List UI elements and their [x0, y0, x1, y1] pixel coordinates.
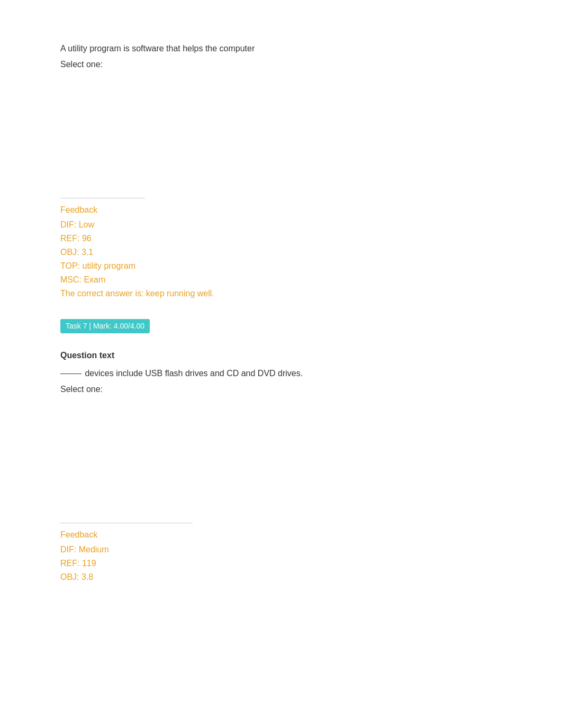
question-6-block: A utility program is software that helps… [60, 42, 502, 300]
question-7-select-prompt: Select one: [60, 383, 502, 396]
question-7-ref: REF: 119 [60, 557, 502, 570]
question-6-dif: DIF: Low [60, 219, 502, 231]
question-7-section-title: Question text [60, 349, 502, 362]
question-7-feedback-section: Feedback DIF: Medium REF: 119 OBJ: 3.8 [60, 529, 502, 584]
question-6-ref: REF: 96 [60, 232, 502, 245]
question-7-block: Question text devices include USB flash … [60, 349, 502, 584]
question-6-choices-area [60, 81, 502, 187]
question-7-divider [60, 523, 193, 523]
question-6-text: A utility program is software that helps… [60, 42, 502, 55]
question-6-select-prompt: Select one: [60, 58, 502, 71]
question-7-obj: OBJ: 3.8 [60, 571, 502, 584]
question-6-feedback-label: Feedback [60, 204, 502, 216]
question-6-top: TOP: utility program [60, 260, 502, 272]
question-7-text-content: devices include USB flash drives and CD … [83, 369, 303, 378]
question-7-choices-area [60, 406, 502, 512]
question-6-divider [60, 198, 145, 198]
task-7-badge: Task 7 | Mark: 4.00/4.00 [60, 319, 150, 333]
question-6-feedback-section: Feedback DIF: Low REF: 96 OBJ: 3.1 TOP: … [60, 204, 502, 300]
question-7-feedback-label: Feedback [60, 529, 502, 541]
question-6-msc: MSC: Exam [60, 274, 502, 286]
question-7-dif: DIF: Medium [60, 543, 502, 556]
question-7-blank [60, 374, 81, 374]
question-6-correct-answer: The correct answer is: keep running well… [60, 287, 502, 300]
question-6-obj: OBJ: 3.1 [60, 246, 502, 259]
question-7-text: devices include USB flash drives and CD … [60, 367, 502, 380]
